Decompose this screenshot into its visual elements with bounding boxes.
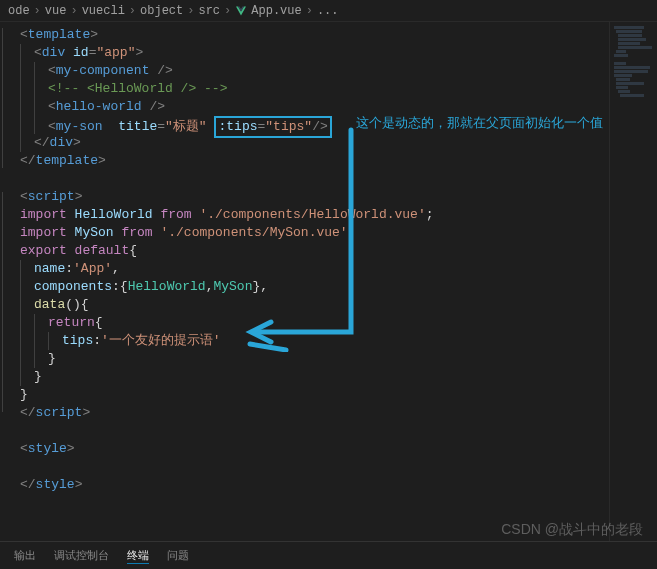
annotation-text: 这个是动态的，那就在父页面初始化一个值 [356, 114, 603, 132]
code-line[interactable]: return{ [20, 314, 609, 332]
breadcrumb-item[interactable]: src [198, 4, 220, 18]
code-line[interactable] [20, 458, 609, 476]
code-line[interactable]: </script> [20, 404, 609, 422]
breadcrumb-item[interactable]: vue [45, 4, 67, 18]
code-line[interactable]: <my-component /> [20, 62, 609, 80]
code-line[interactable]: name:'App', [20, 260, 609, 278]
panel-tab-debug[interactable]: 调试控制台 [54, 548, 109, 563]
code-line[interactable] [20, 494, 609, 512]
minimap[interactable] [609, 22, 657, 541]
breadcrumb-item[interactable]: ode [8, 4, 30, 18]
code-line[interactable]: <style> [20, 440, 609, 458]
code-line[interactable]: import HelloWorld from './components/Hel… [20, 206, 609, 224]
breadcrumb-item[interactable]: object [140, 4, 183, 18]
code-line[interactable]: <!-- <HelloWorld /> --> [20, 80, 609, 98]
code-line[interactable]: export default{ [20, 242, 609, 260]
breadcrumb-sep: › [34, 4, 41, 18]
code-line[interactable]: } [20, 350, 609, 368]
panel-tabs: 输出 调试控制台 终端 问题 [0, 541, 657, 569]
code-line[interactable]: </template> [20, 152, 609, 170]
breadcrumb-item[interactable]: vuecli [82, 4, 125, 18]
watermark: CSDN @战斗中的老段 [501, 521, 643, 539]
code-line[interactable] [20, 422, 609, 440]
panel-tab-problems[interactable]: 问题 [167, 548, 189, 563]
code-line[interactable]: <script> [20, 188, 609, 206]
code-line[interactable]: <div id="app"> [20, 44, 609, 62]
code-line[interactable] [20, 170, 609, 188]
code-line[interactable]: <template> [20, 26, 609, 44]
code-editor[interactable]: <template><div id="app"><my-component />… [6, 22, 609, 541]
vue-file-icon [235, 5, 247, 17]
code-line[interactable]: </style> [20, 476, 609, 494]
editor-area: <template><div id="app"><my-component />… [0, 22, 657, 541]
breadcrumb[interactable]: ode› vue› vuecli› object› src› App.vue› … [0, 0, 657, 22]
code-line[interactable]: tips:'一个友好的提示语' [20, 332, 609, 350]
code-line[interactable]: } [20, 386, 609, 404]
panel-tab-terminal[interactable]: 终端 [127, 548, 149, 564]
code-line[interactable]: } [20, 368, 609, 386]
code-line[interactable]: data(){ [20, 296, 609, 314]
highlighted-prop: :tips="tips"/> [214, 116, 331, 138]
breadcrumb-item[interactable]: App.vue [251, 4, 301, 18]
breadcrumb-item[interactable]: ... [317, 4, 339, 18]
code-line[interactable]: import MySon from './components/MySon.vu… [20, 224, 609, 242]
code-line[interactable]: components:{HelloWorld,MySon}, [20, 278, 609, 296]
panel-tab-output[interactable]: 输出 [14, 548, 36, 563]
